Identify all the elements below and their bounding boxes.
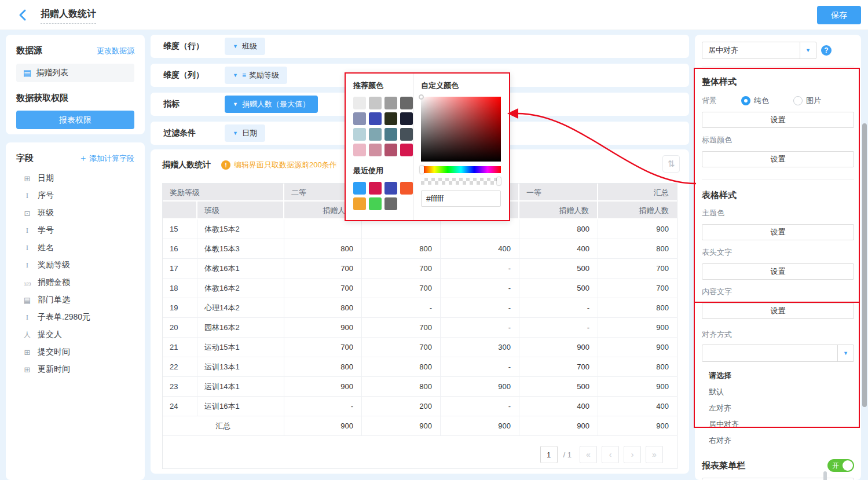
- hue-slider-handle[interactable]: [420, 166, 424, 174]
- add-calculated-field-link[interactable]: ＋添加计算字段: [79, 153, 134, 164]
- color-swatch[interactable]: [353, 182, 366, 195]
- color-swatch[interactable]: [400, 182, 413, 195]
- page-scrollbar[interactable]: [862, 123, 867, 407]
- field-item[interactable]: 姓名: [16, 239, 134, 257]
- help-icon[interactable]: ?: [821, 45, 832, 56]
- recommended-swatches: [353, 97, 413, 156]
- filter-tag[interactable]: ▼日期: [225, 124, 265, 142]
- table-style-title: 表格样式: [702, 190, 854, 201]
- back-icon[interactable]: [16, 8, 30, 22]
- color-swatch[interactable]: [384, 144, 397, 156]
- field-item[interactable]: 部门单选: [16, 291, 134, 309]
- row-dimension-tag[interactable]: ▼班级: [225, 38, 265, 55]
- color-swatch[interactable]: [384, 197, 397, 210]
- align-method-select[interactable]: ▼: [702, 345, 854, 362]
- header-text-label: 表头文字: [702, 247, 854, 258]
- field-item[interactable]: 提交人: [16, 326, 134, 343]
- first-page-icon[interactable]: «: [580, 446, 597, 463]
- hue-slider[interactable]: [421, 166, 501, 173]
- sub-header-cell: 捐赠人数: [598, 201, 677, 219]
- department-icon: [22, 296, 32, 305]
- align-option[interactable]: 右对齐: [702, 433, 854, 449]
- hex-color-input[interactable]: [421, 190, 501, 207]
- color-swatch[interactable]: [369, 144, 382, 156]
- color-swatch[interactable]: [384, 97, 397, 109]
- color-swatch[interactable]: [400, 128, 413, 141]
- datasource-item[interactable]: ▤ 捐赠列表: [16, 64, 134, 82]
- color-swatch[interactable]: [384, 182, 397, 195]
- color-swatch[interactable]: [369, 128, 382, 141]
- align-select[interactable]: 居中对齐 ▼: [702, 42, 816, 59]
- last-page-icon[interactable]: »: [646, 446, 663, 463]
- caret-down-icon[interactable]: ▼: [800, 42, 816, 58]
- menu-bar-item: 菜单栏：捐赠列表: [702, 478, 854, 480]
- color-swatch[interactable]: [384, 112, 397, 125]
- color-swatch[interactable]: [369, 97, 382, 109]
- color-swatch[interactable]: [369, 197, 382, 210]
- color-swatch[interactable]: [369, 182, 382, 195]
- align-option[interactable]: 居中对齐: [702, 416, 854, 433]
- page-total-label: / 1: [563, 450, 572, 459]
- metric-tag[interactable]: ▼捐赠人数（最大值）: [225, 96, 318, 113]
- field-item[interactable]: 更新时间: [16, 361, 134, 378]
- row-dimension-row: 维度（行） ▼班级: [151, 35, 689, 58]
- align-option[interactable]: 请选择: [702, 368, 854, 384]
- alpha-slider[interactable]: [421, 178, 501, 185]
- table-scrollbar[interactable]: [823, 471, 827, 480]
- color-swatch[interactable]: [353, 112, 366, 125]
- color-swatch[interactable]: [400, 144, 413, 156]
- change-datasource-link[interactable]: 更改数据源: [97, 46, 134, 56]
- field-item[interactable]: 日期: [16, 170, 134, 187]
- color-swatch[interactable]: [353, 97, 366, 109]
- color-swatch[interactable]: [400, 112, 413, 125]
- prev-page-icon[interactable]: ‹: [602, 446, 619, 463]
- table-row: 18体教16本2700700-500700: [163, 279, 677, 298]
- header-text-settings-button[interactable]: 设置: [702, 263, 854, 280]
- align-method-label: 对齐方式: [702, 329, 854, 340]
- color-swatch[interactable]: [353, 144, 366, 156]
- datasource-panel: 数据源 更改数据源 ▤ 捐赠列表 数据获取权限 报表权限: [6, 35, 145, 134]
- field-item[interactable]: 学号: [16, 222, 134, 239]
- page-title[interactable]: 捐赠人数统计: [41, 8, 96, 24]
- menu-bar-toggle[interactable]: 开: [827, 459, 854, 472]
- field-item[interactable]: 奖励等级: [16, 257, 134, 274]
- row-dimension-label: 维度（行）: [163, 41, 225, 52]
- field-item[interactable]: 提交时间: [16, 343, 134, 361]
- color-swatch[interactable]: [369, 112, 382, 125]
- color-swatch[interactable]: [400, 97, 413, 109]
- sort-icon[interactable]: ⇅: [662, 155, 680, 173]
- align-option[interactable]: 左对齐: [702, 400, 854, 416]
- plus-icon: ＋: [79, 153, 87, 163]
- page-number-input[interactable]: [540, 446, 558, 463]
- background-settings-button[interactable]: 设置: [702, 112, 854, 128]
- bg-solid-radio[interactable]: 纯色: [741, 96, 769, 106]
- field-item[interactable]: 班级: [16, 204, 134, 222]
- title-color-settings-button[interactable]: 设置: [702, 151, 854, 167]
- report-permission-button[interactable]: 报表权限: [16, 111, 134, 129]
- caret-down-icon[interactable]: ▼: [837, 345, 854, 361]
- style-panel: 居中对齐 ▼ ? 整体样式 背景 纯色 图片 设置 标题颜色 设置 表格样式 主…: [695, 35, 861, 480]
- topbar: 捐赠人数统计 保存: [0, 0, 868, 30]
- number-icon: [22, 279, 32, 287]
- color-swatch[interactable]: [353, 197, 366, 210]
- metric-label: 指标: [163, 99, 225, 109]
- saturation-gradient[interactable]: [421, 97, 501, 162]
- table-row: 20园林16本2900700--900: [163, 318, 677, 338]
- content-text-settings-button[interactable]: 设置: [702, 303, 854, 319]
- field-item[interactable]: 子表单.2980元: [16, 309, 134, 326]
- bg-image-radio[interactable]: 图片: [793, 96, 821, 106]
- group-header-cell: 奖励等级: [163, 184, 284, 201]
- align-option[interactable]: 默认: [702, 384, 854, 400]
- color-swatch[interactable]: [353, 128, 366, 141]
- col-dimension-tag[interactable]: ▼≡奖励等级: [225, 67, 287, 84]
- field-item[interactable]: 捐赠金额: [16, 274, 134, 291]
- table-row: 19心理14本2800---800: [163, 298, 677, 318]
- save-button[interactable]: 保存: [817, 6, 861, 24]
- theme-color-settings-button[interactable]: 设置: [702, 224, 854, 240]
- next-page-icon[interactable]: ›: [624, 446, 641, 463]
- alpha-slider-handle[interactable]: [497, 177, 501, 185]
- datasource-name: 捐赠列表: [36, 68, 68, 78]
- gradient-cursor-icon[interactable]: [419, 94, 424, 100]
- field-item[interactable]: 序号: [16, 187, 134, 204]
- color-swatch[interactable]: [384, 128, 397, 141]
